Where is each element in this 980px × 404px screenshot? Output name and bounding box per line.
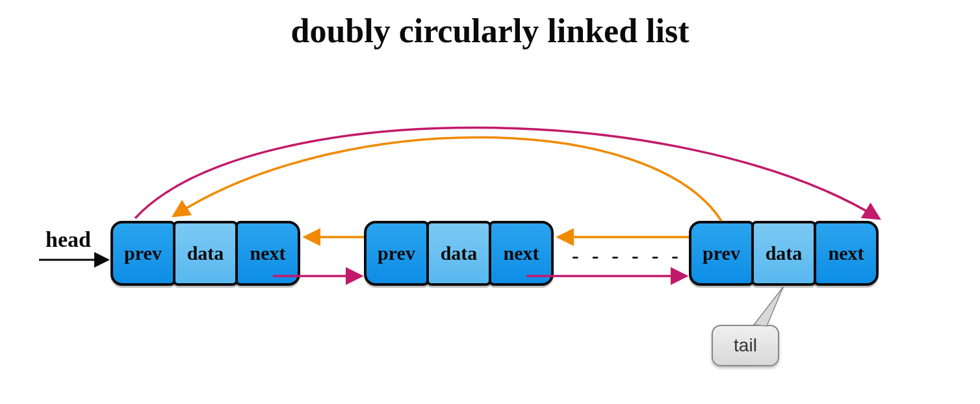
node-3-prev: prev [689,221,754,286]
node-3-data: data [751,221,816,286]
tail-callout: tail [712,325,779,366]
node-1-prev: prev [110,221,175,286]
node-1-data: data [173,221,238,286]
diagram-stage: doubly circularly linked list head prev … [0,0,980,404]
circular-prev-arc [174,137,721,221]
circular-next-arc [135,128,879,219]
diagram-title: doubly circularly linked list [0,12,980,50]
node-2-prev: prev [364,221,429,286]
node-1-next: next [235,221,300,286]
ellipsis: - - - - - - [572,244,682,268]
arrows-layer [0,0,980,404]
node-3-next: next [814,221,879,286]
tail-callout-pointer [760,287,783,325]
node-2-data: data [426,221,491,286]
node-3: prev data next [689,221,876,286]
node-2-next: next [489,221,554,286]
head-label: head [45,227,91,252]
tail-callout-tailshape [754,287,783,326]
node-1: prev data next [110,221,298,286]
node-2: prev data next [364,221,551,286]
